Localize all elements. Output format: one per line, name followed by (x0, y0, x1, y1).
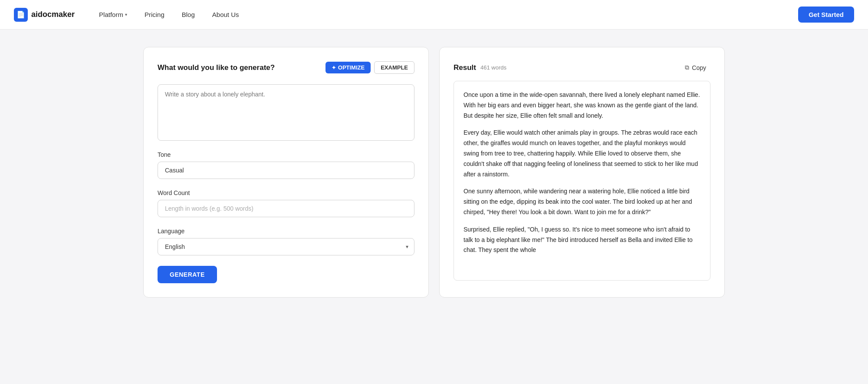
panel-title: What would you like to generate? (158, 63, 275, 72)
optimize-icon: ✦ (332, 65, 336, 71)
panel-header: What would you like to generate? ✦ OPTIM… (158, 61, 414, 74)
tone-group: Tone (158, 151, 414, 179)
copy-icon: ⧉ (685, 64, 689, 71)
header-action-buttons: ✦ OPTIMIZE EXAMPLE (326, 61, 414, 74)
generate-panel: What would you like to generate? ✦ OPTIM… (143, 47, 429, 298)
word-count-input[interactable] (158, 200, 414, 217)
result-paragraph-1: Once upon a time in the wide-open savann… (464, 90, 700, 121)
result-panel: Result 461 words ⧉ Copy Once upon a time… (439, 47, 725, 298)
tone-label: Tone (158, 151, 414, 158)
nav-item-platform[interactable]: Platform ▾ (92, 7, 134, 22)
result-paragraph-4: Surprised, Ellie replied, "Oh, I guess s… (464, 225, 700, 255)
tone-input[interactable] (158, 162, 414, 179)
result-content: Once upon a time in the wide-open savann… (454, 81, 710, 281)
prompt-textarea[interactable] (158, 84, 414, 141)
result-paragraph-3: One sunny afternoon, while wandering nea… (464, 186, 700, 217)
language-label: Language (158, 228, 414, 235)
word-count-label: Word Count (158, 189, 414, 196)
logo-icon: 📄 (14, 8, 28, 22)
result-header: Result 461 words ⧉ Copy (454, 61, 710, 74)
copy-button[interactable]: ⧉ Copy (681, 61, 710, 74)
nav-item-about[interactable]: About Us (205, 7, 246, 22)
language-select[interactable]: English Spanish French German Italian Po… (158, 238, 414, 255)
generate-button[interactable]: GENERATE (158, 266, 217, 283)
result-paragraph-2: Every day, Ellie would watch other anima… (464, 128, 700, 179)
logo-text: aidocmaker (31, 10, 75, 19)
optimize-button[interactable]: ✦ OPTIMIZE (326, 62, 371, 73)
result-title: Result (454, 63, 476, 72)
word-count-group: Word Count (158, 189, 414, 217)
result-title-area: Result 461 words (454, 63, 506, 72)
main-nav: Platform ▾ Pricing Blog About Us (92, 7, 798, 22)
nav-item-blog[interactable]: Blog (175, 7, 202, 22)
logo[interactable]: 📄 aidocmaker (14, 8, 75, 22)
language-select-wrapper: English Spanish French German Italian Po… (158, 238, 414, 255)
word-count-badge: 461 words (480, 64, 506, 71)
language-group: Language English Spanish French German I… (158, 228, 414, 255)
example-button[interactable]: EXAMPLE (374, 61, 414, 74)
get-started-button[interactable]: Get Started (798, 7, 854, 23)
chevron-down-icon: ▾ (125, 12, 127, 17)
nav-item-pricing[interactable]: Pricing (138, 7, 171, 22)
